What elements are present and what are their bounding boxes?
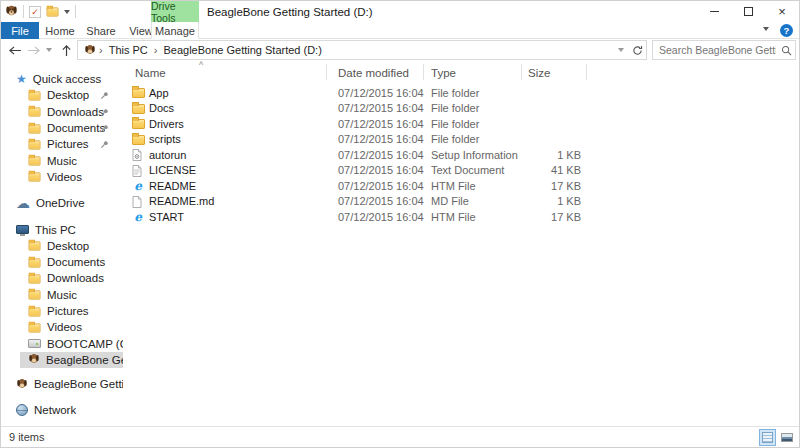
folder-icon [132, 104, 145, 114]
navigation-pane: ★ Quick access Desktop Downloads Documen… [1, 61, 123, 426]
search-input[interactable] [653, 44, 778, 56]
column-header-type[interactable]: Type [431, 67, 456, 79]
sidebar-item-pc-pictures[interactable]: Pictures [1, 303, 123, 319]
text-document-icon [132, 165, 142, 177]
sidebar-item-beaglebone-drive-root[interactable]: BeagleBone Getting S [1, 376, 123, 392]
sidebar-item-videos[interactable]: Videos [1, 169, 123, 185]
details-view-icon [762, 432, 773, 443]
refresh-button[interactable] [629, 41, 646, 59]
file-row-autorun[interactable]: autorun 07/12/2015 16:04 Setup Informati… [123, 147, 799, 163]
pin-icon [100, 123, 109, 135]
sidebar-item-documents[interactable]: Documents [1, 120, 123, 136]
close-button[interactable]: × [765, 1, 799, 22]
forward-button[interactable] [25, 41, 43, 59]
window-controls: × [697, 1, 799, 22]
sidebar-item-this-pc[interactable]: This PC [1, 221, 123, 237]
file-row-license[interactable]: LICENSE 07/12/2015 16:04 Text Document 4… [123, 163, 799, 179]
sidebar-item-music[interactable]: Music [1, 152, 123, 168]
videos-folder-icon [29, 173, 41, 182]
column-header-date-modified[interactable]: Date modified [338, 67, 409, 79]
search-icon [781, 45, 792, 56]
recent-locations-caret-icon[interactable] [43, 41, 55, 59]
toolbar-separator [23, 5, 24, 18]
pin-icon [100, 90, 109, 102]
videos-folder-icon [29, 323, 41, 332]
help-button[interactable]: ? [780, 24, 793, 37]
new-folder-button[interactable] [47, 7, 59, 16]
desktop-folder-icon [29, 242, 41, 251]
tab-file[interactable]: File [1, 22, 39, 39]
details-view-button[interactable] [759, 429, 776, 446]
file-row-docs[interactable]: Docs 07/12/2015 16:04 File folder [123, 101, 799, 117]
toolbar-separator [75, 5, 76, 18]
column-divider[interactable] [423, 64, 424, 80]
htm-file-icon: e [132, 211, 144, 223]
item-count: 9 items [9, 431, 44, 443]
breadcrumb-separator-icon: › [153, 44, 159, 56]
maximize-button[interactable] [731, 1, 765, 22]
address-field[interactable]: › This PC › BeagleBone Getting Started (… [77, 40, 647, 60]
breadcrumb: › This PC › BeagleBone Getting Started (… [78, 44, 612, 57]
location-drive-icon [84, 44, 96, 57]
large-icons-view-icon [781, 433, 793, 442]
tab-manage[interactable]: Manage [151, 22, 199, 39]
sidebar-item-quick-access[interactable]: ★ Quick access [1, 71, 123, 87]
column-header-size[interactable]: Size [528, 67, 550, 79]
tab-home[interactable]: Home [41, 22, 79, 39]
folder-icon [132, 135, 145, 145]
sidebar-item-desktop[interactable]: Desktop [1, 87, 123, 103]
file-row-readme-md[interactable]: README.md 07/12/2015 16:04 MD File 1 KB [123, 194, 799, 210]
sidebar-section-gap [1, 392, 123, 402]
minimize-icon [710, 11, 719, 12]
file-row-app[interactable]: App 07/12/2015 16:04 File folder [123, 85, 799, 101]
quick-access-toolbar: ✓ [5, 1, 76, 22]
blank-file-icon [132, 196, 142, 208]
file-row-drivers[interactable]: Drivers 07/12/2015 16:04 File folder [123, 116, 799, 132]
breadcrumb-this-pc[interactable]: This PC [106, 44, 151, 56]
folder-icon [132, 119, 145, 129]
file-row-start[interactable]: e START 07/12/2015 16:04 HTM File 17 KB [123, 209, 799, 225]
column-divider[interactable] [521, 64, 522, 80]
column-divider[interactable] [586, 64, 587, 80]
large-icons-view-button[interactable] [778, 429, 795, 446]
sidebar-item-network[interactable]: Network [1, 402, 123, 418]
sidebar-item-downloads[interactable]: Downloads [1, 104, 123, 120]
file-row-scripts[interactable]: scripts 07/12/2015 16:04 File folder [123, 132, 799, 148]
column-divider[interactable] [326, 64, 327, 80]
ribbon-collapse-icon[interactable] [763, 27, 769, 31]
up-button[interactable] [57, 41, 75, 59]
documents-folder-icon [29, 258, 41, 267]
search-button[interactable] [778, 41, 795, 59]
ribbon-tab-row: File Home Share View Manage ? [1, 22, 799, 39]
file-row-readme-htm[interactable]: e README 07/12/2015 16:04 HTM File 17 KB [123, 178, 799, 194]
sidebar-item-pc-videos[interactable]: Videos [1, 319, 123, 335]
address-history-caret-icon[interactable] [612, 41, 629, 59]
column-header-name[interactable]: Name [135, 67, 166, 79]
app-drive-icon [5, 4, 18, 19]
status-bar: 9 items [1, 426, 799, 447]
address-bar: › This PC › BeagleBone Getting Started (… [1, 39, 799, 61]
music-folder-icon [29, 291, 41, 300]
back-arrow-icon [7, 45, 22, 56]
sidebar-item-bootcamp-drive[interactable]: BOOTCAMP (C:) [1, 335, 123, 351]
music-folder-icon [29, 157, 41, 166]
search-box [652, 40, 796, 60]
file-rows: App 07/12/2015 16:04 File folder Docs 07… [123, 85, 799, 225]
minimize-button[interactable] [697, 1, 731, 22]
downloads-folder-icon [29, 108, 41, 117]
sidebar-item-pc-downloads[interactable]: Downloads [1, 270, 123, 286]
network-icon [16, 404, 28, 416]
tab-share[interactable]: Share [81, 22, 121, 39]
sidebar-item-pictures[interactable]: Pictures [1, 136, 123, 152]
sidebar-item-pc-music[interactable]: Music [1, 287, 123, 303]
beagle-drive-icon [16, 378, 28, 391]
properties-button[interactable]: ✓ [29, 6, 41, 18]
sidebar-item-pc-desktop[interactable]: Desktop [1, 238, 123, 254]
sidebar-item-pc-documents[interactable]: Documents [1, 254, 123, 270]
breadcrumb-current-drive[interactable]: BeagleBone Getting Started (D:) [160, 44, 324, 56]
breadcrumb-separator-icon: › [98, 44, 104, 56]
sidebar-item-beaglebone-drive[interactable]: BeagleBone Getting [20, 352, 123, 368]
sidebar-item-onedrive[interactable]: ☁ OneDrive [1, 195, 123, 211]
customize-toolbar-caret-icon[interactable] [64, 10, 70, 14]
back-button[interactable] [5, 41, 23, 59]
